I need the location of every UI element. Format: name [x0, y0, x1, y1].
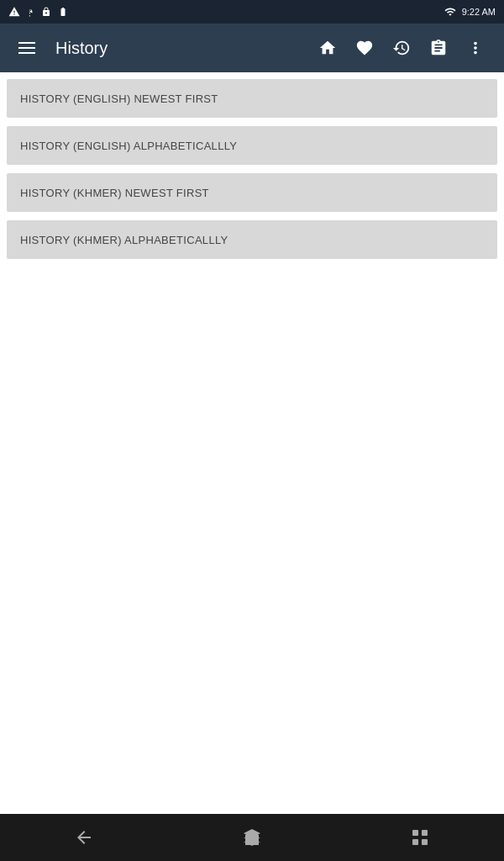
history-button[interactable]: [385, 31, 418, 65]
nav-bar: [0, 814, 504, 861]
list-item-label: HISTORY (ENGLISH) ALPHABETICALLLY: [20, 140, 237, 152]
list-item[interactable]: HISTORY (KHMER) NEWEST FIRST: [7, 173, 497, 212]
svg-rect-3: [412, 830, 418, 836]
usb-icon: [25, 7, 36, 18]
home-nav-button[interactable]: [217, 819, 287, 856]
svg-rect-4: [422, 830, 428, 836]
lock-icon: [41, 7, 51, 17]
status-time: 9:22 AM: [462, 7, 496, 17]
hamburger-line-3: [18, 52, 35, 54]
app-bar-actions: [311, 31, 492, 65]
app-bar: History: [0, 24, 504, 72]
list-item-label: HISTORY (KHMER) NEWEST FIRST: [20, 187, 209, 199]
hamburger-line-1: [18, 42, 35, 44]
svg-rect-6: [422, 839, 428, 845]
warning-icon: [8, 6, 20, 18]
home-button[interactable]: [311, 31, 344, 65]
hamburger-line-2: [18, 47, 35, 49]
more-options-button[interactable]: [459, 31, 492, 65]
signal-icon: [444, 6, 457, 18]
list-item[interactable]: HISTORY (ENGLISH) NEWEST FIRST: [7, 79, 497, 118]
content-area: HISTORY (ENGLISH) NEWEST FIRST HISTORY (…: [0, 72, 504, 814]
clipboard-button[interactable]: [422, 31, 455, 65]
list-item-label: HISTORY (KHMER) ALPHABETICALLLY: [20, 234, 228, 246]
menu-button[interactable]: [12, 35, 42, 61]
page-title: History: [55, 39, 311, 58]
battery-icon: [56, 7, 70, 17]
list-item[interactable]: HISTORY (ENGLISH) ALPHABETICALLLY: [7, 126, 497, 165]
list-item[interactable]: HISTORY (KHMER) ALPHABETICALLLY: [7, 220, 497, 259]
status-bar: 9:22 AM: [0, 0, 504, 24]
status-bar-right: 9:22 AM: [444, 6, 496, 18]
favorites-button[interactable]: [348, 31, 381, 65]
back-button[interactable]: [49, 819, 119, 856]
recents-button[interactable]: [385, 819, 455, 856]
status-bar-left: [8, 6, 70, 18]
svg-rect-5: [412, 839, 418, 845]
list-item-label: HISTORY (ENGLISH) NEWEST FIRST: [20, 92, 218, 105]
